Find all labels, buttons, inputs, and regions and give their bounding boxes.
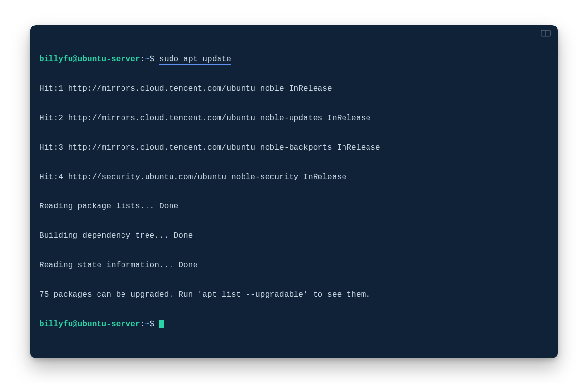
output-line: 75 packages can be upgraded. Run 'apt li… [39,290,549,300]
terminal-window: billyfu@ubuntu-server:~$ sudo apt update… [30,25,558,358]
terminal-output[interactable]: billyfu@ubuntu-server:~$ sudo apt update… [39,35,549,349]
prompt-line-2: billyfu@ubuntu-server:~$ [39,319,549,329]
split-pane-icon[interactable] [541,30,551,37]
output-line: Hit:3 http://mirrors.cloud.tencent.com/u… [39,143,549,153]
output-line: Hit:1 http://mirrors.cloud.tencent.com/u… [39,84,549,94]
output-line: Hit:4 http://security.ubuntu.com/ubuntu … [39,172,549,182]
output-line: Building dependency tree... Done [39,231,549,241]
output-line: Reading state information... Done [39,260,549,270]
prompt-user-host: billyfu@ubuntu-server [39,55,140,64]
entered-command: sudo apt update [159,55,231,65]
prompt-dollar: $ [149,55,154,64]
prompt-path: ~ [145,320,150,329]
prompt-user-host: billyfu@ubuntu-server [39,320,140,329]
output-line: Reading package lists... Done [39,202,549,211]
prompt-dollar: $ [149,320,154,329]
prompt-line-1: billyfu@ubuntu-server:~$ sudo apt update [39,54,549,64]
prompt-colon: : [140,320,145,329]
prompt-colon: : [140,55,145,64]
cursor [159,320,164,328]
output-line: Hit:2 http://mirrors.cloud.tencent.com/u… [39,113,549,123]
prompt-path: ~ [145,55,150,64]
